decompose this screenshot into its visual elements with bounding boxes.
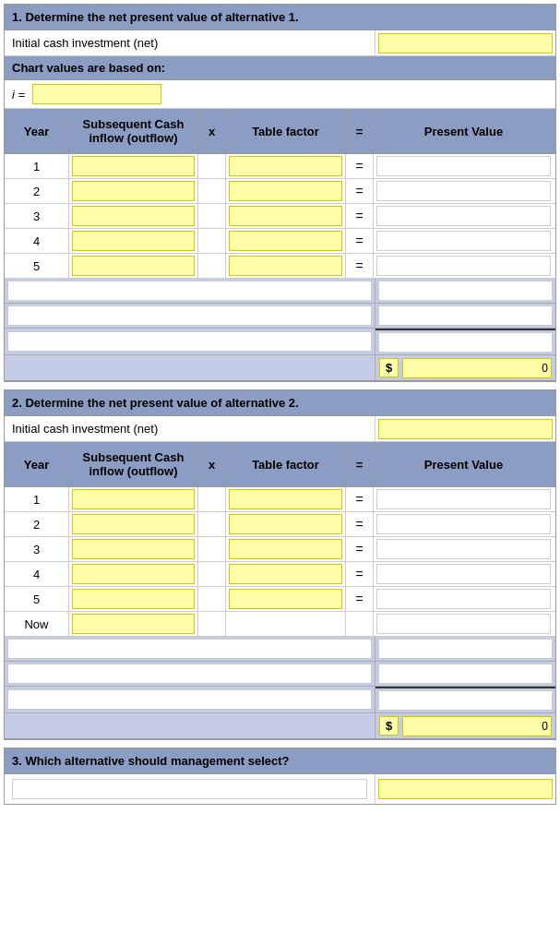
cash-input[interactable] [72, 206, 195, 226]
x-cell [198, 512, 226, 536]
total-pv-input[interactable] [378, 639, 553, 659]
x-cell [198, 537, 226, 561]
total-right-cell [375, 279, 555, 303]
section2: 2. Determine the net present value of al… [4, 389, 556, 740]
initial-cash-label-2: Initial cash investment (net) [5, 416, 375, 441]
total-input[interactable] [7, 689, 372, 710]
total-left-cell [5, 329, 375, 354]
cash-input[interactable] [72, 589, 195, 609]
total-pv-input[interactable] [378, 664, 553, 684]
cash-input[interactable] [72, 614, 195, 634]
x-cell [198, 179, 226, 203]
total-input[interactable] [7, 664, 372, 684]
table-factor-cell [226, 254, 346, 278]
table-factor-input[interactable] [229, 156, 342, 176]
pv-cell [374, 204, 554, 228]
total-pv-input[interactable] [378, 305, 553, 326]
initial-cash-input-2[interactable] [378, 419, 553, 439]
pv-input[interactable] [376, 589, 551, 609]
eq-cell [346, 612, 374, 636]
total-right-cell [375, 637, 555, 661]
table-row: 3 = [5, 537, 555, 562]
table-factor-cell [226, 204, 346, 228]
i-row-1: i = [5, 80, 555, 109]
pv-cell [374, 587, 554, 611]
th-year-2: Year [5, 442, 69, 486]
section3-left-input[interactable] [12, 779, 367, 799]
total-input[interactable] [7, 305, 372, 326]
initial-cash-row-2: Initial cash investment (net) [5, 416, 555, 442]
cash-input[interactable] [72, 231, 195, 251]
total-pv-input[interactable] [378, 281, 553, 301]
dollar-row-1: $ [5, 355, 555, 381]
dollar-value-input-1[interactable] [402, 358, 552, 378]
total-input[interactable] [7, 281, 372, 301]
x-cell [198, 154, 226, 178]
total-row [5, 637, 555, 662]
pv-input[interactable] [376, 231, 551, 251]
total-pv-input[interactable] [378, 690, 553, 711]
pv-input[interactable] [376, 156, 551, 176]
i-input-1[interactable] [32, 84, 161, 104]
pv-input[interactable] [376, 181, 551, 201]
initial-cash-input-1[interactable] [378, 33, 553, 54]
section3-right-input[interactable] [378, 779, 553, 799]
x-cell [198, 229, 226, 253]
section1-header: 1. Determine the net present value of al… [5, 5, 555, 30]
dollar-left-cell [5, 713, 375, 738]
cash-input[interactable] [72, 564, 195, 584]
cash-cell [69, 587, 198, 611]
cash-input[interactable] [72, 156, 195, 176]
pv-input[interactable] [376, 564, 551, 584]
pv-cell [374, 562, 554, 586]
pv-input[interactable] [376, 256, 551, 276]
year-cell: 5 [5, 254, 69, 278]
section1: 1. Determine the net present value of al… [4, 4, 556, 382]
th-x-2: x [198, 442, 226, 486]
total-pv-input[interactable] [378, 332, 553, 353]
table-factor-input[interactable] [229, 206, 342, 226]
table-factor-input[interactable] [229, 564, 342, 584]
pv-cell [374, 254, 554, 278]
total-right-cell [375, 662, 555, 686]
pv-input[interactable] [376, 206, 551, 226]
total-section-2: $ [5, 637, 555, 739]
table-factor-input[interactable] [229, 256, 342, 276]
table-row: 5 = [5, 587, 555, 612]
table-factor-cell [226, 537, 346, 561]
total-input[interactable] [7, 639, 372, 659]
th-cash-1: Subsequent Cash inflow (outflow) [69, 109, 198, 153]
pv-input[interactable] [376, 489, 551, 509]
pv-cell [374, 612, 554, 636]
eq-cell: = [346, 254, 374, 278]
cash-input[interactable] [72, 539, 195, 559]
total-section-1: $ [5, 279, 555, 381]
cash-input[interactable] [72, 181, 195, 201]
table-factor-input[interactable] [229, 589, 342, 609]
pv-input[interactable] [376, 514, 551, 534]
x-cell [198, 254, 226, 278]
table-factor-input[interactable] [229, 231, 342, 251]
year-cell-now: Now [5, 612, 69, 636]
total-right-cell [375, 329, 555, 354]
dollar-sign-1: $ [379, 358, 399, 377]
table-factor-cell [226, 562, 346, 586]
cash-cell [69, 512, 198, 536]
table-factor-cell [226, 154, 346, 178]
table-factor-input[interactable] [229, 539, 342, 559]
table-factor-input[interactable] [229, 489, 342, 509]
table-row: 2 = [5, 179, 555, 204]
dollar-sign-2: $ [379, 716, 399, 736]
table-factor-cell [226, 587, 346, 611]
table-factor-input[interactable] [229, 181, 342, 201]
cash-input[interactable] [72, 256, 195, 276]
x-cell [198, 487, 226, 511]
pv-cell [374, 537, 554, 561]
pv-input[interactable] [376, 614, 551, 634]
pv-input[interactable] [376, 539, 551, 559]
total-input[interactable] [7, 331, 372, 352]
table-factor-input[interactable] [229, 514, 342, 534]
dollar-value-input-2[interactable] [402, 716, 552, 736]
cash-input[interactable] [72, 514, 195, 534]
cash-input[interactable] [72, 489, 195, 509]
